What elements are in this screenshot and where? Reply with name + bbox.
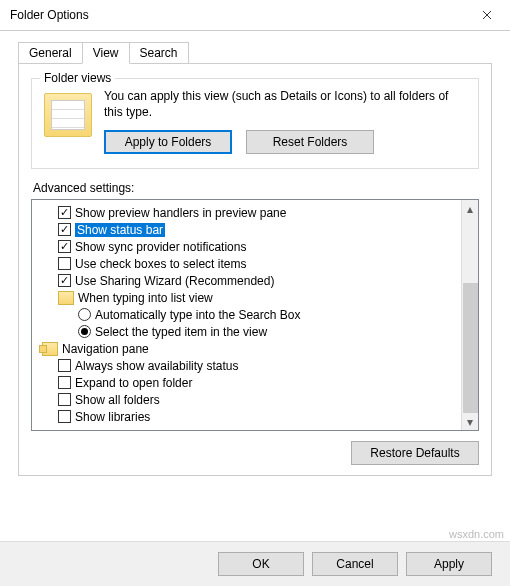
tab-panel: Folder views You can apply this view (su… <box>18 63 492 476</box>
checkbox-icon[interactable] <box>58 223 71 236</box>
tree-item-expand-open[interactable]: Expand to open folder <box>34 374 459 391</box>
checkbox-icon[interactable] <box>58 410 71 423</box>
tree-item-always-availability[interactable]: Always show availability status <box>34 357 459 374</box>
tree-item-show-all-folders[interactable]: Show all folders <box>34 391 459 408</box>
tree-item-sync-provider[interactable]: Show sync provider notifications <box>34 238 459 255</box>
close-icon <box>482 10 492 20</box>
tree-item-preview-handlers[interactable]: Show preview handlers in preview pane <box>34 204 459 221</box>
tree-item-select-typed[interactable]: Select the typed item in the view <box>34 323 459 340</box>
scroll-up-icon[interactable]: ▴ <box>462 200 478 217</box>
tab-search[interactable]: Search <box>129 42 189 64</box>
tree-group-navigation-pane[interactable]: Navigation pane <box>34 340 459 357</box>
navigation-pane-icon <box>42 342 58 356</box>
checkbox-icon[interactable] <box>58 359 71 372</box>
folder-views-label: Folder views <box>40 71 115 85</box>
dialog-footer: OK Cancel Apply <box>0 541 510 586</box>
folder-views-group: Folder views You can apply this view (su… <box>31 78 479 169</box>
radio-icon[interactable] <box>78 308 91 321</box>
folder-views-icon <box>44 93 92 137</box>
ok-button[interactable]: OK <box>218 552 304 576</box>
checkbox-icon[interactable] <box>58 257 71 270</box>
tab-view[interactable]: View <box>82 42 130 64</box>
advanced-settings-tree: Show preview handlers in preview pane Sh… <box>31 199 479 431</box>
checkbox-icon[interactable] <box>58 393 71 406</box>
watermark: wsxdn.com <box>449 528 504 540</box>
cancel-button[interactable]: Cancel <box>312 552 398 576</box>
scrollbar-thumb[interactable] <box>463 283 478 413</box>
advanced-settings-label: Advanced settings: <box>33 181 479 195</box>
folder-icon <box>58 291 74 305</box>
tab-strip: General View Search <box>18 42 492 64</box>
tree-group-typing[interactable]: When typing into list view <box>34 289 459 306</box>
title-bar: Folder Options <box>0 0 510 31</box>
checkbox-icon[interactable] <box>58 240 71 253</box>
checkbox-icon[interactable] <box>58 206 71 219</box>
tree-item-show-libraries[interactable]: Show libraries <box>34 408 459 425</box>
tree-item-check-boxes[interactable]: Use check boxes to select items <box>34 255 459 272</box>
vertical-scrollbar[interactable]: ▴ ▾ <box>461 200 478 430</box>
folder-views-text: You can apply this view (such as Details… <box>104 89 466 120</box>
window-title: Folder Options <box>10 8 464 22</box>
tree-item-status-bar[interactable]: Show status bar <box>34 221 459 238</box>
tree-item-auto-type[interactable]: Automatically type into the Search Box <box>34 306 459 323</box>
apply-to-folders-button[interactable]: Apply to Folders <box>104 130 232 154</box>
scroll-down-icon[interactable]: ▾ <box>462 413 478 430</box>
checkbox-icon[interactable] <box>58 274 71 287</box>
apply-button[interactable]: Apply <box>406 552 492 576</box>
checkbox-icon[interactable] <box>58 376 71 389</box>
reset-folders-button[interactable]: Reset Folders <box>246 130 374 154</box>
tab-general[interactable]: General <box>18 42 83 64</box>
tree-item-sharing-wizard[interactable]: Use Sharing Wizard (Recommended) <box>34 272 459 289</box>
radio-icon[interactable] <box>78 325 91 338</box>
close-button[interactable] <box>464 0 510 31</box>
restore-defaults-button[interactable]: Restore Defaults <box>351 441 479 465</box>
